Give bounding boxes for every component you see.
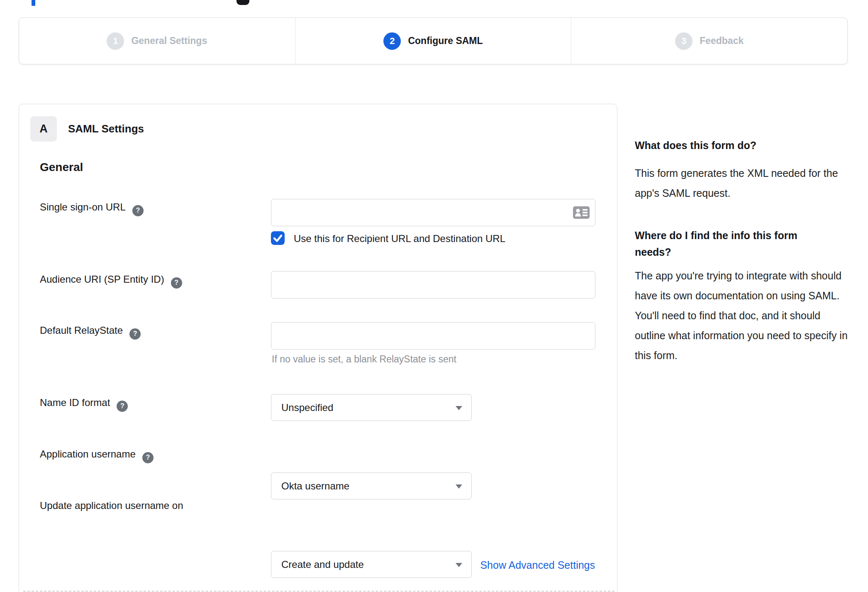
update-username-selected-value: Create and update xyxy=(281,551,364,577)
audience-uri-help-icon[interactable]: ? xyxy=(171,277,182,289)
chevron-down-icon xyxy=(456,406,462,410)
step-1-circle: 1 xyxy=(107,32,124,50)
step-general-settings[interactable]: 1 General Settings xyxy=(19,18,295,64)
app-username-label: Application username xyxy=(40,448,136,460)
recipient-url-checkbox[interactable] xyxy=(271,231,285,245)
name-id-label: Name ID format xyxy=(40,397,110,408)
help-heading-1: What does this form do? xyxy=(635,137,851,154)
help-body-2: The app you're trying to integrate with … xyxy=(635,266,851,365)
name-id-help-icon[interactable]: ? xyxy=(117,401,128,412)
help-body-1: This form generates the XML needed for t… xyxy=(635,163,838,203)
address-card-icon xyxy=(573,206,590,219)
configure-saml-page: 1 General Settings 2 Configure SAML 3 Fe… xyxy=(0,0,868,592)
step-2-circle: 2 xyxy=(383,32,401,50)
saml-settings-title: SAML Settings xyxy=(68,122,144,135)
name-id-label-row: Name ID format? xyxy=(40,397,128,412)
help-heading-2: Where do I find the info this form needs… xyxy=(635,227,830,260)
audience-uri-label: Audience URI (SP Entity ID) xyxy=(40,274,164,285)
step-configure-saml[interactable]: 2 Configure SAML xyxy=(295,18,571,64)
step-feedback[interactable]: 3 Feedback xyxy=(571,18,847,64)
app-username-help-icon[interactable]: ? xyxy=(142,452,154,463)
relay-state-input[interactable] xyxy=(271,322,595,350)
update-username-label: Update application username on xyxy=(40,500,183,511)
step-1-label: General Settings xyxy=(131,35,207,46)
relay-state-hint: If no value is set, a blank RelayState i… xyxy=(272,354,456,365)
relay-state-input-wrap xyxy=(271,322,595,350)
cropped-app-icon-fragment xyxy=(237,0,249,5)
relay-state-help-icon[interactable]: ? xyxy=(129,328,141,340)
app-username-select[interactable]: Okta username xyxy=(271,472,472,499)
cropped-logo-fragment xyxy=(32,0,35,6)
app-username-label-row: Application username? xyxy=(40,448,154,463)
step-3-circle: 3 xyxy=(675,32,692,50)
name-id-select[interactable]: Unspecified xyxy=(271,394,472,421)
sso-url-help-icon[interactable]: ? xyxy=(132,205,144,216)
general-section-heading: General xyxy=(40,161,83,174)
section-a-badge: A xyxy=(30,116,57,142)
section-divider xyxy=(23,591,614,592)
name-id-selected-value: Unspecified xyxy=(281,394,333,421)
recipient-url-checkbox-label[interactable]: Use this for Recipient URL and Destinati… xyxy=(294,233,505,245)
chevron-down-icon xyxy=(456,484,462,489)
audience-uri-label-row: Audience URI (SP Entity ID)? xyxy=(40,274,182,289)
sso-url-input-wrap xyxy=(271,199,595,226)
show-advanced-settings-link[interactable]: Show Advanced Settings xyxy=(480,559,595,571)
audience-uri-input-wrap xyxy=(271,271,595,298)
relay-state-label-row: Default RelayState? xyxy=(40,325,141,340)
wizard-stepper: 1 General Settings 2 Configure SAML 3 Fe… xyxy=(19,17,848,64)
saml-settings-card: A SAML Settings General Single sign-on U… xyxy=(19,104,617,592)
app-username-selected-value: Okta username xyxy=(281,473,349,499)
relay-state-label: Default RelayState xyxy=(40,325,123,336)
chevron-down-icon xyxy=(456,563,462,567)
checkmark-icon xyxy=(271,231,285,245)
update-username-label-row: Update application username on xyxy=(40,500,183,511)
audience-uri-input[interactable] xyxy=(271,271,595,298)
update-username-select[interactable]: Create and update xyxy=(271,551,472,578)
sso-url-label-row: Single sign-on URL? xyxy=(40,201,144,216)
sso-url-input[interactable] xyxy=(271,199,595,226)
step-3-label: Feedback xyxy=(700,35,744,46)
sso-url-label: Single sign-on URL xyxy=(40,201,126,213)
step-2-label: Configure SAML xyxy=(408,35,483,46)
